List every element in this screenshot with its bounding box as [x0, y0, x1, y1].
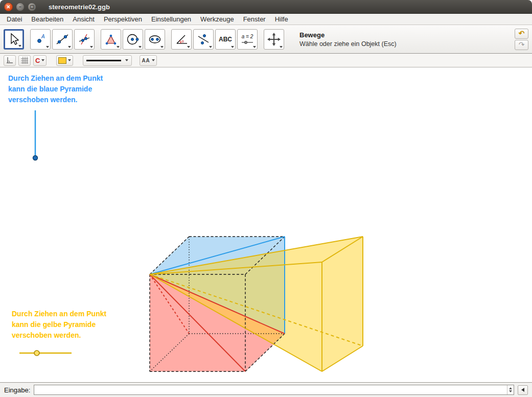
maximize-button[interactable]: ▢ — [28, 3, 36, 11]
tool-text-button[interactable]: ABC — [215, 29, 236, 50]
special-line-icon — [77, 32, 91, 46]
point-icon: A — [33, 32, 48, 46]
axes-icon — [6, 56, 14, 64]
yellow-slider[interactable] — [19, 351, 72, 356]
redo-button[interactable]: ↷ — [515, 40, 528, 50]
chevron-down-icon — [152, 59, 155, 61]
tool-line-button[interactable] — [52, 29, 73, 50]
tool-mirror-button[interactable] — [193, 29, 214, 50]
tool-dropdown-arrow-icon[interactable] — [117, 46, 120, 48]
input-bar: Eingabe: — [0, 382, 532, 397]
menu-item-hilfe[interactable]: Hilfe — [270, 14, 293, 24]
style-bar: C AA — [0, 54, 532, 67]
arrow-up-icon[interactable] — [509, 387, 512, 389]
tool-conic-button[interactable] — [145, 29, 165, 50]
algebra-input-field[interactable] — [34, 385, 514, 395]
input-label: Eingabe: — [4, 386, 30, 394]
polygon-icon — [104, 32, 118, 46]
text-style-button[interactable]: AA — [140, 55, 156, 66]
window-title: stereometrie02.ggb — [49, 3, 110, 11]
menu-item-einstellungen[interactable]: Einstellungen — [147, 14, 196, 24]
move-graphics-view-icon — [267, 32, 281, 46]
chevron-down-icon — [68, 59, 71, 61]
title-bar: ✕ – ▢ stereometrie02.ggb — [0, 0, 532, 14]
undo-button[interactable]: ↶ — [515, 29, 528, 39]
menu-item-datei[interactable]: Datei — [2, 14, 27, 24]
tool-dropdown-arrow-icon[interactable] — [280, 46, 283, 48]
arrow-down-icon[interactable] — [509, 390, 512, 392]
menu-item-perspektiven[interactable]: Perspektiven — [99, 14, 147, 24]
arrow-left-icon — [521, 388, 524, 392]
angle-icon: α — [174, 32, 189, 46]
grid-icon — [20, 56, 29, 64]
blue-slider-handle[interactable] — [33, 156, 38, 160]
menu-item-ansicht[interactable]: Ansicht — [68, 14, 99, 24]
tool-dropdown-arrow-icon[interactable] — [18, 45, 21, 47]
active-tool-title: Bewege — [299, 31, 397, 39]
menu-item-werkzeuge[interactable]: Werkzeuge — [196, 14, 239, 24]
blue-pyramid-caption[interactable]: Durch Ziehen an dem Punkt kann die blaue… — [8, 73, 103, 105]
graphics-view[interactable]: Durch Ziehen an dem Punkt kann die blaue… — [0, 67, 532, 382]
tool-slider-button[interactable]: a = 2 — [237, 29, 258, 50]
color-picker-button[interactable] — [56, 55, 73, 66]
line-icon — [55, 32, 70, 46]
tool-dropdown-arrow-icon[interactable] — [209, 46, 212, 48]
tool-dropdown-arrow-icon[interactable] — [187, 46, 190, 48]
tool-polygon-button[interactable] — [101, 29, 121, 50]
input-history-stepper[interactable] — [507, 385, 514, 394]
tool-angle-button[interactable]: α — [171, 29, 192, 50]
point-capturing-button[interactable]: C — [33, 55, 47, 66]
magnet-icon: C — [35, 57, 40, 64]
tool-dropdown-arrow-icon[interactable] — [90, 46, 93, 48]
slider-tool-icon: a = 2 — [241, 34, 254, 44]
svg-text:A: A — [41, 34, 45, 39]
close-button[interactable]: ✕ — [4, 3, 13, 11]
tool-point-button[interactable]: A — [30, 29, 51, 50]
chevron-down-icon — [41, 59, 44, 61]
tool-move-view-button[interactable] — [264, 29, 284, 50]
menu-item-fenster[interactable]: Fenster — [239, 14, 270, 24]
ellipse-icon — [148, 32, 162, 46]
tool-special-line-button[interactable] — [74, 29, 95, 50]
algebra-input[interactable] — [34, 386, 507, 394]
tool-circle-button[interactable] — [123, 29, 143, 50]
yellow-pyramid-caption[interactable]: Durch Ziehen an dem Punkt kann die gelbe… — [12, 309, 106, 341]
chevron-down-icon — [125, 59, 128, 61]
mirror-icon — [196, 32, 211, 46]
axes-toggle-button[interactable] — [4, 55, 16, 66]
blue-slider[interactable] — [33, 110, 38, 160]
tool-dropdown-arrow-icon[interactable] — [160, 46, 164, 48]
line-style-button[interactable] — [83, 55, 132, 66]
minimize-button[interactable]: – — [16, 3, 25, 11]
tool-move-button[interactable] — [4, 29, 24, 50]
tool-dropdown-arrow-icon[interactable] — [68, 46, 71, 48]
text-tool-icon: ABC — [219, 36, 232, 43]
geogebra-window: ✕ – ▢ stereometrie02.ggb Datei Bearbeite… — [0, 0, 532, 397]
active-tool-help: Bewege Wähle oder ziehe ein Objekt (Esc) — [299, 31, 397, 48]
move-cursor-icon — [7, 32, 21, 46]
grid-toggle-button[interactable] — [18, 55, 31, 66]
line-style-preview — [86, 60, 121, 61]
svg-text:α: α — [181, 38, 184, 43]
tool-dropdown-arrow-icon[interactable] — [231, 46, 234, 48]
undo-redo-panel: ↶ ↷ — [515, 29, 528, 50]
tool-dropdown-arrow-icon[interactable] — [253, 46, 256, 48]
circle-icon — [126, 32, 140, 46]
tool-dropdown-arrow-icon[interactable] — [46, 46, 49, 48]
input-help-toggle-button[interactable] — [518, 385, 528, 395]
yellow-slider-handle[interactable] — [34, 351, 39, 356]
font-size-icon: AA — [142, 58, 150, 63]
tool-bar: A — [0, 25, 532, 54]
menu-item-bearbeiten[interactable]: Bearbeiten — [27, 14, 68, 24]
color-swatch — [58, 57, 66, 64]
menu-bar: Datei Bearbeiten Ansicht Perspektiven Ei… — [0, 14, 532, 25]
tool-dropdown-arrow-icon[interactable] — [138, 46, 142, 48]
active-tool-hint: Wähle oder ziehe ein Objekt (Esc) — [299, 40, 397, 48]
